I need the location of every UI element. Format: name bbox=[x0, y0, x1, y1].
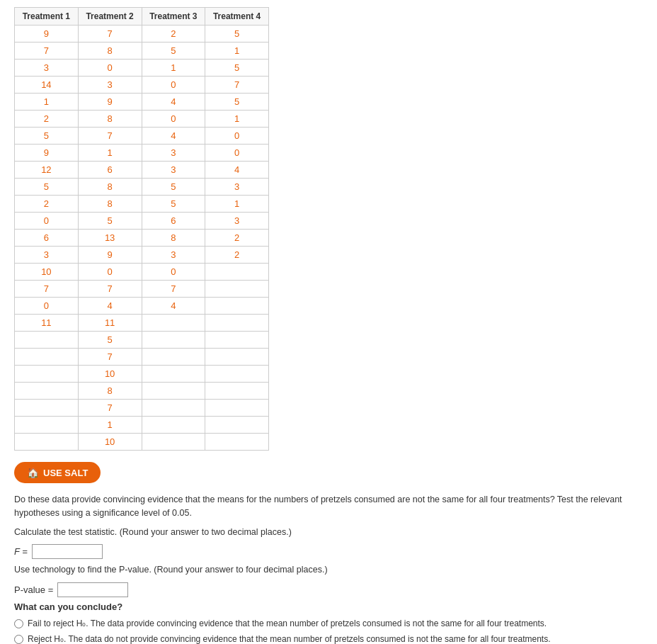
table-cell: 1 bbox=[78, 145, 142, 162]
table-row: 777 bbox=[15, 281, 269, 298]
data-table-container: Treatment 1Treatment 2Treatment 3Treatme… bbox=[14, 7, 643, 451]
table-cell: 0 bbox=[15, 298, 79, 315]
table-row: 7851 bbox=[15, 43, 269, 60]
table-row: 5740 bbox=[15, 128, 269, 145]
table-cell: 6 bbox=[15, 230, 79, 247]
table-row: 5 bbox=[15, 332, 269, 349]
table-row: 10 bbox=[15, 366, 269, 383]
table-cell: 8 bbox=[78, 179, 142, 196]
radio-label-1: Fail to reject H₀. The data provide conv… bbox=[28, 618, 547, 630]
table-cell bbox=[15, 417, 79, 434]
table-cell bbox=[205, 417, 269, 434]
table-cell: 0 bbox=[78, 264, 142, 281]
pvalue-label: P-value = bbox=[14, 584, 53, 595]
radio-item: Fail to reject H₀. The data provide conv… bbox=[14, 618, 643, 630]
table-row: 9130 bbox=[15, 145, 269, 162]
f-input[interactable] bbox=[32, 544, 103, 559]
use-salt-button[interactable]: 🏠 USE SALT bbox=[14, 462, 101, 483]
table-cell: 7 bbox=[205, 77, 269, 94]
table-cell: 9 bbox=[15, 26, 79, 43]
table-cell: 11 bbox=[78, 315, 142, 332]
table-cell: 1 bbox=[142, 60, 205, 77]
table-cell: 0 bbox=[205, 145, 269, 162]
table-cell: 0 bbox=[142, 111, 205, 128]
table-cell: 6 bbox=[142, 213, 205, 230]
table-cell: 4 bbox=[142, 128, 205, 145]
table-cell: 3 bbox=[142, 162, 205, 179]
table-cell: 9 bbox=[78, 247, 142, 264]
table-row: 14307 bbox=[15, 77, 269, 94]
table-cell bbox=[205, 434, 269, 451]
radio-option-1[interactable] bbox=[14, 619, 23, 628]
table-cell: 7 bbox=[78, 349, 142, 366]
table-cell: 4 bbox=[78, 298, 142, 315]
table-cell: 3 bbox=[142, 145, 205, 162]
table-cell: 9 bbox=[78, 94, 142, 111]
table-cell: 10 bbox=[78, 366, 142, 383]
table-row: 7 bbox=[15, 349, 269, 366]
table-cell: 7 bbox=[15, 281, 79, 298]
table-header: Treatment 2 bbox=[78, 8, 142, 26]
table-row: 1945 bbox=[15, 94, 269, 111]
table-cell: 1 bbox=[15, 94, 79, 111]
table-cell: 4 bbox=[142, 298, 205, 315]
table-cell bbox=[205, 298, 269, 315]
table-cell bbox=[205, 281, 269, 298]
table-cell: 4 bbox=[142, 94, 205, 111]
table-cell: 4 bbox=[205, 162, 269, 179]
radio-item: Reject H₀. The data do not provide convi… bbox=[14, 633, 643, 644]
table-cell: 5 bbox=[142, 43, 205, 60]
table-cell: 6 bbox=[78, 162, 142, 179]
table-cell: 3 bbox=[205, 213, 269, 230]
table-cell: 1 bbox=[205, 43, 269, 60]
table-row: 5853 bbox=[15, 179, 269, 196]
table-header: Treatment 3 bbox=[142, 8, 205, 26]
table-cell bbox=[142, 417, 205, 434]
radio-label-2: Reject H₀. The data do not provide convi… bbox=[28, 633, 551, 644]
radio-group: Fail to reject H₀. The data provide conv… bbox=[14, 618, 643, 644]
radio-option-2[interactable] bbox=[14, 635, 23, 644]
table-cell: 3 bbox=[142, 247, 205, 264]
table-cell: 5 bbox=[142, 179, 205, 196]
table-row: 10 bbox=[15, 434, 269, 451]
table-row: 9725 bbox=[15, 26, 269, 43]
table-cell: 7 bbox=[78, 26, 142, 43]
table-row: 044 bbox=[15, 298, 269, 315]
table-row: 0563 bbox=[15, 213, 269, 230]
table-cell: 9 bbox=[15, 145, 79, 162]
table-cell: 3 bbox=[78, 77, 142, 94]
table-cell: 2 bbox=[15, 196, 79, 213]
table-row: 2801 bbox=[15, 111, 269, 128]
table-cell: 2 bbox=[205, 230, 269, 247]
table-cell bbox=[142, 349, 205, 366]
f-label: F = bbox=[14, 546, 28, 557]
table-cell: 7 bbox=[78, 281, 142, 298]
table-row: 3932 bbox=[15, 247, 269, 264]
table-cell: 1 bbox=[205, 196, 269, 213]
table-cell bbox=[205, 315, 269, 332]
table-cell: 1 bbox=[205, 111, 269, 128]
table-row: 7 bbox=[15, 400, 269, 417]
table-cell: 5 bbox=[205, 60, 269, 77]
table-row: 2851 bbox=[15, 196, 269, 213]
table-cell bbox=[205, 264, 269, 281]
table-row: 1000 bbox=[15, 264, 269, 281]
table-cell: 13 bbox=[78, 230, 142, 247]
table-cell bbox=[15, 434, 79, 451]
table-cell: 5 bbox=[78, 213, 142, 230]
use-salt-label: USE SALT bbox=[43, 468, 88, 478]
table-cell: 0 bbox=[205, 128, 269, 145]
pvalue-input[interactable] bbox=[57, 582, 128, 597]
table-cell: 2 bbox=[142, 26, 205, 43]
table-cell: 12 bbox=[15, 162, 79, 179]
table-cell: 11 bbox=[15, 315, 79, 332]
table-header: Treatment 1 bbox=[15, 8, 79, 26]
f-row: F = bbox=[14, 544, 643, 559]
table-cell: 10 bbox=[78, 434, 142, 451]
table-cell: 0 bbox=[142, 264, 205, 281]
table-row: 3015 bbox=[15, 60, 269, 77]
table-cell: 7 bbox=[78, 400, 142, 417]
table-cell bbox=[205, 383, 269, 400]
table-cell: 7 bbox=[142, 281, 205, 298]
table-cell: 8 bbox=[142, 230, 205, 247]
